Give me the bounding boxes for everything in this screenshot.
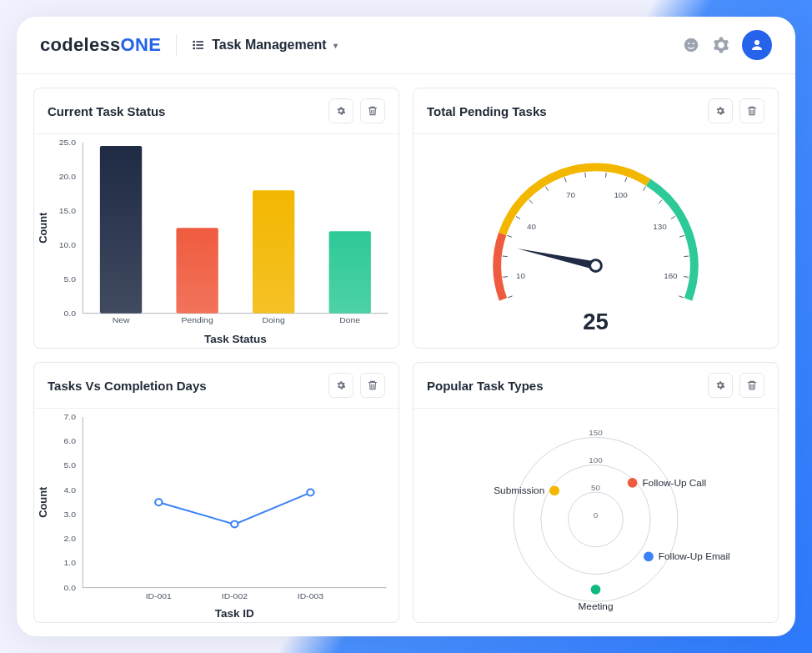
svg-line-43 [684,256,689,257]
svg-point-80 [628,478,638,488]
logo-text-a: codeless [40,34,121,55]
topbar-actions [682,30,772,60]
card-header: Total Pending Tasks [414,88,778,134]
svg-text:Follow-Up Call: Follow-Up Call [642,477,706,489]
svg-text:10: 10 [516,271,525,280]
svg-text:100: 100 [589,455,603,465]
svg-line-29 [503,277,508,278]
svg-text:Task ID: Task ID [215,607,254,620]
svg-text:Count: Count [36,212,48,244]
trash-button[interactable] [739,98,764,123]
svg-text:40: 40 [527,222,536,231]
svg-text:5.0: 5.0 [63,274,76,284]
trash-button[interactable] [739,373,764,398]
svg-text:70: 70 [566,190,575,199]
gear-button[interactable] [328,98,353,123]
svg-point-65 [155,499,162,505]
svg-line-39 [643,187,645,191]
svg-point-3 [193,41,194,42]
svg-line-33 [529,200,533,203]
svg-rect-24 [329,231,371,313]
card-tasks-vs-completion-days: Tasks Vs Completion Days 0.01.02.03.04.0… [33,362,399,623]
avatar[interactable] [742,30,772,60]
svg-text:Done: Done [339,316,360,325]
svg-text:1.0: 1.0 [63,559,76,568]
svg-text:Follow-Up Email: Follow-Up Email [659,550,730,562]
gear-button[interactable] [708,98,733,123]
svg-text:10.0: 10.0 [59,240,77,249]
emoji-icon[interactable] [682,36,700,54]
svg-point-53 [590,260,602,272]
svg-point-4 [193,44,194,45]
trash-button[interactable] [360,373,385,398]
trash-button[interactable] [360,98,385,123]
bar-chart: 0.05.010.015.020.025.0NewPendingDoingDon… [34,134,398,348]
svg-text:Pending: Pending [182,316,213,325]
svg-point-82 [644,551,654,561]
svg-text:0.0: 0.0 [63,583,76,592]
svg-line-42 [679,235,684,237]
card-header: Tasks Vs Completion Days [34,363,398,409]
card-total-pending-tasks: Total Pending Tasks 10407010013016025 [413,88,779,349]
svg-text:50: 50 [591,483,600,492]
svg-text:7.0: 7.0 [63,412,76,421]
svg-text:New: New [113,316,130,325]
svg-text:ID-003: ID-003 [298,592,324,601]
logo: codelessONE [40,34,161,56]
svg-text:25.0: 25.0 [59,138,77,147]
gear-button[interactable] [328,373,353,398]
gear-button[interactable] [708,373,733,398]
svg-text:Doing: Doing [263,316,285,325]
list-icon [192,38,205,52]
svg-text:15.0: 15.0 [59,206,77,215]
radar-chart: 050100150Follow-Up CallFollow-Up EmailMe… [414,409,778,622]
svg-text:Meeting: Meeting [579,600,614,612]
svg-line-44 [684,277,689,278]
svg-text:ID-001: ID-001 [146,592,173,601]
svg-line-38 [625,178,627,183]
svg-text:4.0: 4.0 [63,485,76,495]
gear-icon[interactable] [712,36,730,54]
svg-text:0: 0 [594,510,599,520]
app-window: codelessONE Task Management ▾ Current Ta… [17,17,795,636]
svg-point-6 [684,38,699,53]
svg-point-9 [754,40,759,45]
svg-line-41 [671,216,675,219]
svg-text:2.0: 2.0 [63,534,76,543]
svg-text:130: 130 [653,222,667,231]
svg-line-28 [508,296,513,298]
svg-line-35 [564,178,566,183]
logo-text-b: ONE [121,34,162,55]
card-title: Tasks Vs Completion Days [48,379,322,393]
svg-text:160: 160 [664,271,678,280]
svg-text:25: 25 [583,309,609,334]
chevron-down-icon: ▾ [333,41,338,50]
svg-line-30 [503,256,508,257]
svg-text:0.0: 0.0 [63,309,76,318]
svg-line-37 [605,173,606,178]
svg-rect-18 [100,146,142,314]
card-title: Popular Task Types [427,379,701,393]
svg-point-84 [591,585,601,595]
section-selector[interactable]: Task Management ▾ [192,38,338,53]
svg-text:6.0: 6.0 [63,436,76,445]
svg-point-7 [688,43,689,44]
svg-text:20.0: 20.0 [59,172,77,181]
svg-text:100: 100 [614,190,628,199]
svg-line-40 [659,200,662,203]
svg-text:ID-002: ID-002 [222,592,248,601]
svg-text:Task Status: Task Status [204,333,267,345]
svg-text:Count: Count [36,486,48,518]
svg-point-5 [193,48,194,48]
dashboard-grid: Current Task Status 0.05.010.015.020.025… [17,74,795,636]
svg-point-66 [231,521,238,528]
svg-text:5.0: 5.0 [63,461,76,470]
card-popular-task-types: Popular Task Types 050100150Follow-Up Ca… [413,362,779,623]
svg-line-32 [516,216,520,219]
svg-text:Submission: Submission [494,485,544,496]
topbar: codelessONE Task Management ▾ [17,17,795,74]
card-header: Current Task Status [34,88,398,134]
svg-line-31 [507,235,512,237]
svg-point-8 [693,43,694,44]
section-label: Task Management [212,38,327,53]
